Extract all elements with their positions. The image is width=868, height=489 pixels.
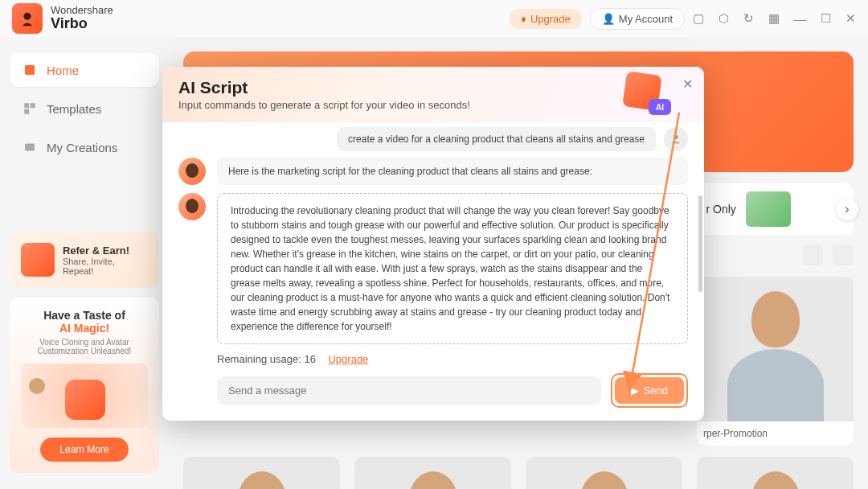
creations-icon [23, 140, 37, 154]
ai-badge: AI [649, 99, 671, 115]
modal-scrollbar[interactable] [698, 195, 702, 292]
app-name: Virbo [51, 16, 113, 32]
promo2-line1: Have a Taste of [21, 309, 148, 322]
close-icon[interactable]: ✕ [682, 76, 693, 92]
upgrade-link[interactable]: Upgrade [328, 353, 368, 365]
box-icon[interactable]: ⬡ [719, 11, 729, 26]
usage-label: Remaining usage: 16 [217, 353, 316, 365]
promo2-line2: AI Magic! [21, 322, 148, 335]
bot-message-intro: Here is the marketing script for the cle… [178, 158, 688, 185]
templates-icon [23, 101, 37, 116]
avatar-card[interactable] [526, 457, 682, 489]
promo-subtitle: Share, Invite, Repeat! [63, 257, 148, 276]
bot-avatar-icon [178, 193, 206, 220]
bot-avatar-icon [178, 158, 206, 185]
svg-point-6 [674, 135, 678, 139]
user-avatar-icon [664, 127, 688, 151]
svg-rect-3 [31, 103, 35, 108]
ai-script-modal: AI Script Input commands to generate a s… [162, 67, 704, 421]
modal-body: create a video for a cleaning product th… [162, 122, 704, 347]
avatar-card[interactable] [354, 457, 511, 489]
maximize-icon[interactable]: ☐ [821, 11, 831, 26]
titlebar: Wondershare Virbo ♦ Upgrade 👤 My Account… [0, 0, 868, 37]
chat-icon[interactable]: ▢ [693, 11, 704, 26]
upgrade-button[interactable]: ♦ Upgrade [510, 9, 582, 29]
refresh-icon[interactable]: ↻ [743, 11, 754, 26]
user-message: create a video for a cleaning product th… [178, 127, 688, 151]
category-thumb [746, 191, 791, 227]
user-icon: 👤 [602, 13, 615, 25]
message-input[interactable] [217, 376, 601, 405]
sidebar-item-creations[interactable]: My Creations [10, 130, 159, 164]
home-icon [23, 63, 37, 77]
svg-point-0 [23, 13, 31, 20]
category-card-visible[interactable]: r Only [694, 183, 854, 235]
sidebar-item-label: Home [47, 64, 79, 77]
category-label: r Only [706, 203, 736, 216]
ai-magic-card: Have a Taste of AI Magic! Voice Cloning … [10, 298, 159, 473]
svg-rect-5 [25, 144, 35, 151]
avatar-card[interactable] [697, 457, 854, 489]
brand-text: Wondershare [51, 5, 113, 16]
app-logo: Wondershare Virbo [12, 3, 113, 34]
sidebar-item-home[interactable]: Home [10, 53, 159, 87]
avatar-label: rper-Promotion [697, 421, 854, 446]
apps-icon[interactable]: ▦ [768, 11, 780, 26]
account-label: My Account [619, 13, 673, 25]
account-button[interactable]: 👤 My Account [590, 8, 685, 30]
promo2-sub: Voice Cloning and Avatar Customization U… [21, 338, 148, 355]
gift-icon [21, 243, 55, 277]
send-button[interactable]: ▶ Send [615, 377, 684, 404]
user-prompt-text: create a video for a cleaning product th… [337, 127, 656, 151]
script-text[interactable]: Introducing the revolutionary cleaning p… [217, 193, 688, 344]
tool-button[interactable] [833, 244, 854, 265]
sidebar-item-label: Templates [47, 102, 101, 116]
send-label: Send [644, 384, 668, 397]
minimize-icon[interactable]: — [794, 12, 806, 26]
sidebar-item-label: My Creations [47, 141, 117, 154]
logo-icon [12, 3, 43, 34]
sidebar-item-templates[interactable]: Templates [10, 92, 159, 125]
bot-intro-text: Here is the marketing script for the cle… [217, 158, 688, 185]
learn-more-button[interactable]: Learn More [40, 438, 128, 462]
svg-rect-1 [25, 65, 35, 75]
refer-earn-card[interactable]: Refer & Earn! Share, Invite, Repeat! [10, 232, 159, 288]
avatar-card[interactable]: rper-Promotion [697, 277, 854, 446]
promo2-illustration [21, 364, 148, 428]
sidebar: Home Templates My Creations Refer & Earn… [0, 37, 169, 489]
upgrade-label: Upgrade [530, 13, 571, 25]
svg-rect-4 [24, 109, 29, 114]
send-highlight: ▶ Send [611, 373, 688, 408]
avatar-card[interactable] [183, 457, 340, 489]
promo-title: Refer & Earn! [63, 244, 148, 257]
modal-footer: Remaining usage: 16 Upgrade ▶ Send [162, 347, 704, 421]
next-arrow-icon[interactable]: › [836, 198, 858, 220]
bot-message-script: Introducing the revolutionary cleaning p… [178, 193, 688, 344]
modal-header: AI Script Input commands to generate a s… [162, 67, 704, 122]
modal-hero-icon: AI [612, 72, 668, 112]
send-icon: ▶ [631, 384, 639, 397]
svg-rect-2 [24, 103, 29, 108]
close-window-icon[interactable]: ✕ [845, 11, 856, 26]
crown-icon: ♦ [521, 13, 526, 25]
tool-button[interactable] [802, 244, 823, 265]
